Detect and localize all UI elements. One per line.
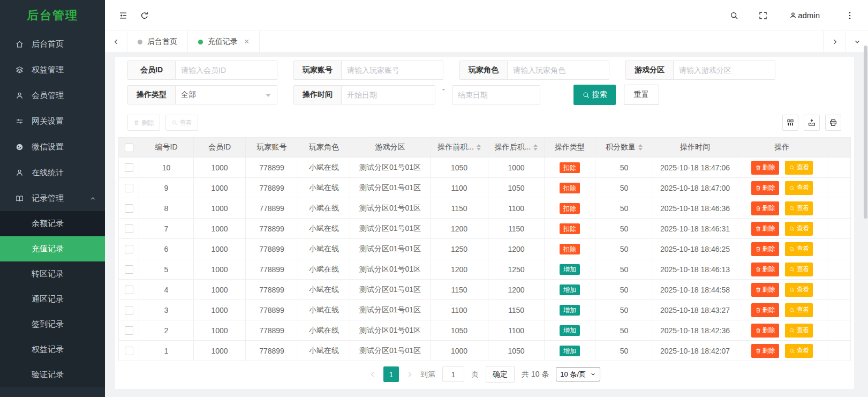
row-checkbox[interactable] [125,184,133,192]
row-checkbox[interactable] [125,224,133,233]
collapse-sidebar-button[interactable] [112,5,134,26]
print-button[interactable] [825,115,841,131]
table-row: 5 1000 778899 小斌在线 测试分区01号01区 1200 1250 … [119,259,851,280]
select-all-checkbox[interactable] [125,144,133,152]
submenu-item-verify-records[interactable]: 验证记录 [0,362,105,387]
row-delete-button[interactable]: 删除 [751,303,779,317]
tabs-scroll-left-button[interactable] [105,31,127,53]
row-view-button[interactable]: 查看 [785,242,813,256]
search-icon [789,185,795,191]
cell-account: 778899 [246,341,298,361]
row-delete-button[interactable]: 删除 [751,242,779,256]
sort-icon[interactable] [477,144,481,151]
sidebar-item-online-stats[interactable]: 在线统计 [0,160,105,185]
op-type-selected-value: 全部 [181,90,196,100]
tab-home[interactable]: 后台首页 [127,31,188,53]
row-delete-button[interactable]: 删除 [751,201,779,215]
row-delete-label: 删除 [763,163,775,172]
prev-page-button[interactable] [369,371,376,378]
row-checkbox[interactable] [125,306,133,314]
goto-confirm-button[interactable]: 确定 [486,366,515,383]
header-search-button[interactable] [723,5,745,26]
trash-icon [755,348,761,354]
cell-actions: 删除 查看 [737,280,827,300]
row-view-button[interactable]: 查看 [785,161,813,175]
member-id-group: 会员ID [127,61,277,80]
sort-icon[interactable] [533,144,538,151]
submenu-item-rights-records[interactable]: 权益记录 [0,337,105,362]
user-icon [789,11,797,20]
row-checkbox[interactable] [125,326,133,335]
row-delete-button[interactable]: 删除 [751,324,779,338]
row-view-button[interactable]: 查看 [785,181,813,195]
sidebar-item-gateway[interactable]: 网关设置 [0,108,105,134]
goto-page-input[interactable] [442,366,464,382]
submenu-item-signin-records[interactable]: 签到记录 [0,312,105,337]
row-delete-button[interactable]: 删除 [751,263,779,276]
game-zone-input[interactable] [674,61,775,80]
start-date-input[interactable] [342,85,435,104]
player-role-input[interactable] [508,61,609,80]
row-delete-button[interactable]: 删除 [751,181,779,195]
next-page-button[interactable] [406,371,413,378]
row-view-button[interactable]: 查看 [785,222,813,236]
row-delete-button[interactable]: 删除 [751,222,779,236]
cell-role: 小斌在线 [298,239,350,259]
row-checkbox[interactable] [125,347,133,355]
sidebar-item-wechat[interactable]: 微信设置 [0,134,105,160]
export-button[interactable] [804,115,820,131]
row-checkbox[interactable] [125,245,133,253]
collapse-icon [118,11,128,20]
member-id-input[interactable] [176,61,277,80]
submenu-item-balance-records[interactable]: 余额记录 [0,211,105,236]
tabs-scroll-right-button[interactable] [823,31,846,53]
current-page-button[interactable]: 1 [383,366,399,382]
end-date-input[interactable] [452,85,540,104]
row-delete-label: 删除 [763,183,775,192]
submenu-item-zone-transfer-records[interactable]: 转区记录 [0,261,105,287]
table-row: 3 1000 778899 小斌在线 测试分区01号01区 1100 1150 … [119,300,851,320]
submenu-item-zone-pass-records[interactable]: 通区记录 [0,287,105,312]
sidebar-item-members[interactable]: 会员管理 [0,83,105,108]
row-view-button[interactable]: 查看 [785,263,813,276]
row-delete-button[interactable]: 删除 [751,283,779,297]
vertical-scrollbar[interactable] [864,46,867,219]
sidebar-item-home[interactable]: 后台首页 [0,31,105,57]
row-checkbox[interactable] [125,286,133,294]
row-checkbox[interactable] [125,204,133,213]
refresh-button[interactable] [134,5,155,26]
row-view-button[interactable]: 查看 [785,201,813,215]
batch-view-button[interactable]: 查看 [165,115,198,131]
sidebar-item-rights[interactable]: 权益管理 [0,57,105,83]
close-tab-icon[interactable]: × [244,38,249,46]
user-menu[interactable]: admin [783,11,825,20]
row-view-button[interactable]: 查看 [785,324,813,338]
row-checkbox[interactable] [125,163,133,172]
row-view-button[interactable]: 查看 [785,303,813,317]
fullscreen-button[interactable] [752,5,774,26]
sort-icon[interactable] [638,144,643,151]
sidebar-item-records[interactable]: 记录管理 [0,185,105,211]
row-delete-button[interactable]: 删除 [751,161,779,175]
search-button[interactable]: 搜索 [573,85,616,105]
more-menu-button[interactable] [839,5,861,26]
page-size-select[interactable]: 10 条/页 [556,367,600,381]
player-account-input[interactable] [342,61,443,80]
member-id-label: 会员ID [127,61,176,80]
op-type-select[interactable]: 全部 [176,85,277,104]
select-caret-icon [266,94,271,97]
cell-id: 10 [139,158,194,178]
row-view-button[interactable]: 查看 [785,283,813,297]
reset-button[interactable]: 重置 [624,85,659,105]
row-view-button[interactable]: 查看 [785,344,813,358]
cell-actions: 删除 查看 [737,158,827,178]
table-row: 1 1000 778899 小斌在线 测试分区01号01区 1000 1050 … [119,341,851,361]
filter-columns-button[interactable] [782,115,798,131]
submenu-item-recharge-records[interactable]: 充值记录 [0,236,105,261]
tab-recharge-records[interactable]: 充值记录 × [188,31,260,53]
row-delete-button[interactable]: 删除 [751,344,779,358]
row-view-label: 查看 [796,183,809,192]
row-checkbox[interactable] [125,265,133,274]
op-type-group: 操作类型 全部 [127,85,277,104]
batch-delete-button[interactable]: 删除 [127,115,160,131]
